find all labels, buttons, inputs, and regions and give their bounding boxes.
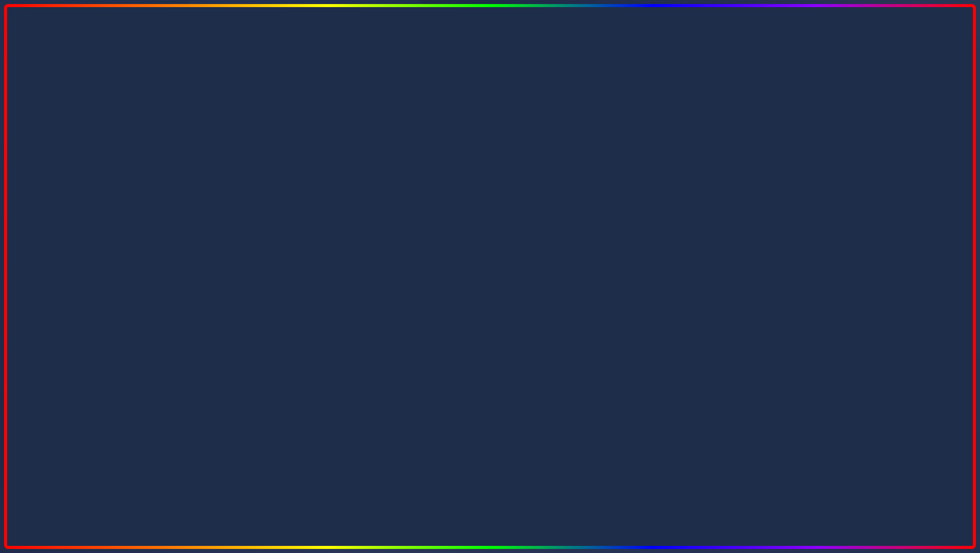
- toggle-autonext: S | Auto Next Island: [730, 245, 933, 261]
- bf-logo-icon: ☠: [863, 420, 934, 491]
- sidebar-racev4-label: Race V4: [56, 279, 79, 286]
- start-raid-button[interactable]: Start Raid: [730, 201, 933, 217]
- sidebar-stats-label: Stats: [56, 233, 70, 240]
- svg-point-7: [69, 183, 71, 184]
- autokill-toggle[interactable]: [915, 231, 933, 240]
- right-dungeon-label: Dungeon: [691, 225, 715, 232]
- left-gui-panel: Dragon Hub 11/11/2023 - 08:00:31 AM [ ID…: [41, 145, 310, 332]
- right-dragon-logo: [685, 165, 715, 196]
- right-devilfruit-label: Devil Fruit: [691, 271, 718, 278]
- sidebar-teleport-label: Teleport: [56, 249, 78, 256]
- right-shop-icon: 🛒: [680, 286, 688, 293]
- autofarm-toggle[interactable]: [285, 182, 304, 191]
- autofarm-icon: S |: [97, 184, 104, 190]
- right-racev4-label: Race V4: [691, 240, 714, 248]
- automirage-hop-toggle[interactable]: [285, 258, 304, 267]
- script-label: SCRIPT: [421, 474, 589, 527]
- getdf-icon: S |: [730, 283, 736, 289]
- toggle-getdf: S | Get DF Low Bely: [730, 278, 933, 295]
- sidebar-dungeon[interactable]: ⊙ Dungeon: [42, 260, 92, 275]
- getdf-toggle[interactable]: [915, 282, 933, 291]
- racev4-icon: ⊙: [46, 279, 53, 286]
- autoawake-label: S | Auto Awake: [730, 266, 771, 273]
- island-icon: 🏝️: [97, 228, 108, 237]
- sidebar-racev4[interactable]: ⊙ Race V4: [42, 275, 92, 290]
- autofarm-label: S | Auto Farm level: [97, 183, 150, 190]
- toggle-autospawn: S | Auto SetSpawn Point: [97, 163, 304, 179]
- autoawake-text: Auto Awake: [739, 266, 771, 273]
- right-gui-header: Dragon Hub 11/11/2023 - 08:00:48 AM [ ID…: [676, 146, 938, 158]
- autonext-toggle[interactable]: [915, 248, 933, 257]
- sidebar-main[interactable]: 🏠 Main: [42, 214, 92, 229]
- pastebin-label: PASTEBIN: [599, 474, 826, 527]
- right-teleport-icon: 📡: [680, 210, 688, 217]
- right-sidebar-teleport[interactable]: 📡 Teleport: [676, 206, 724, 221]
- mirage-status-text: : Mirage Island is Not Spawning: [111, 229, 197, 236]
- moon-icon: 🌙: [97, 214, 108, 224]
- bf-logo-text: BL🎯X FRUITS: [863, 495, 934, 528]
- autospawn-text: Auto SetSpawn Point: [107, 167, 165, 175]
- toggle-automirage: S | Auto Mirage Island: [97, 239, 304, 255]
- info-fullmoon: 🌙 : Full Moon 75%: [97, 212, 304, 226]
- right-gui-panel: Dragon Hub 11/11/2023 - 08:00:48 AM [ ID…: [675, 145, 939, 302]
- main-title-container: BLOX FRUITS: [0, 15, 980, 107]
- sidebar-teleport[interactable]: 📍 Teleport: [42, 245, 92, 260]
- right-sidebar-dungeon[interactable]: ⊙ Dungeon: [676, 221, 724, 236]
- autofarm-text: Auto Farm level: [107, 183, 150, 190]
- autoteleport-label: S | Auto Teleport To Gear: [97, 275, 167, 282]
- autospawn-label: S | Auto SetSpawn Point: [97, 167, 165, 175]
- combat-icon: 👥: [46, 294, 53, 301]
- buy-chip-select-button[interactable]: Buy Chip Select: [730, 182, 933, 197]
- automirage-text: Auto Mirage Island: [107, 244, 158, 251]
- toggle-autoteleport: S | Auto Teleport To Gear: [97, 271, 304, 287]
- right-sidebar-devilfruit[interactable]: 🍎 Devil Fruit: [676, 267, 724, 282]
- autonext-label: S | Auto Next Island: [730, 249, 784, 256]
- fullmoon-text: : Full Moon 75%: [111, 216, 155, 223]
- automirage-toggle[interactable]: [285, 243, 304, 252]
- getdf-label: S | Get DF Low Bely: [730, 283, 786, 290]
- autoawake-toggle[interactable]: [915, 265, 933, 274]
- sidebar-stats[interactable]: 📊 Stats: [42, 229, 92, 245]
- sidebar-combat[interactable]: 👥 Combat: [42, 290, 92, 305]
- bf-blox-text: BL🎯X: [872, 494, 925, 512]
- svg-point-21: [696, 181, 705, 192]
- right-gui-main: Select Chip : Buy Chip Select Start Raid…: [725, 158, 938, 301]
- right-shop-label: Shop: [691, 286, 705, 293]
- right-gui-datetime: 11/11/2023 - 08:00:48 AM [ ID ]: [856, 149, 933, 155]
- update-label: UPDATE: [154, 474, 338, 527]
- progress-fill: [679, 201, 704, 204]
- autokill-label: S | Auto Kill Aura: [730, 232, 776, 239]
- getdf-text: Get DF Low Bely: [739, 283, 786, 290]
- right-sidebar-combat[interactable]: 👥 Combat: [676, 252, 724, 267]
- automirage-icon: S |: [97, 244, 104, 250]
- autospawn-toggle[interactable]: [285, 166, 304, 176]
- automirage-hop-label: S | Auto Mirage Island [HOP]: [97, 259, 176, 266]
- right-combat-icon: 👥: [680, 256, 688, 263]
- autoawake-icon: S |: [730, 266, 736, 272]
- autoteleport-icon: S |: [97, 275, 104, 282]
- blox-fruits-logo: ☠ BL🎯X FRUITS: [863, 420, 934, 528]
- autokill-icon: S |: [730, 233, 736, 239]
- autospawn-icon: S |: [97, 168, 104, 174]
- divider: [730, 224, 933, 225]
- left-gui-header: Dragon Hub 11/11/2023 - 08:00:31 AM [ ID…: [42, 146, 309, 158]
- toggle-automirage-hop: S | Auto Mirage Island [HOP]: [97, 255, 304, 271]
- info-mirage-status: 🏝️ : Mirage Island is Not Spawning: [97, 226, 304, 239]
- sidebar-main-label: Main: [56, 218, 69, 225]
- right-dungeon-icon: ⊙: [680, 225, 688, 232]
- toggle-autokill: S | Auto Kill Aura: [730, 228, 933, 245]
- autoteleport-toggle[interactable]: [285, 274, 304, 283]
- sidebar-combat-label: Combat: [56, 294, 77, 301]
- automirage-hop-icon: S |: [97, 260, 104, 266]
- right-gui-body: 📡 Teleport ⊙ Dungeon ⊙ Race V4 👥 Combat …: [676, 158, 938, 301]
- bottom-text-container: UPDATE 20 SCRIPT PASTEBIN: [0, 468, 980, 533]
- autoteleport-text: Auto Teleport To Gear: [107, 275, 166, 282]
- skull-icon: ☠: [885, 438, 912, 473]
- right-sidebar-racev4[interactable]: ⊙ Race V4: [676, 236, 724, 252]
- right-sidebar-shop[interactable]: 🛒 Shop: [676, 282, 724, 297]
- svg-point-11: [61, 187, 72, 201]
- autonext-icon: S |: [730, 250, 736, 256]
- right-racev4-icon: ⊙: [680, 240, 688, 248]
- right-gui-title: Dragon Hub: [681, 148, 719, 155]
- autokill-text: Auto Kill Aura: [739, 232, 776, 239]
